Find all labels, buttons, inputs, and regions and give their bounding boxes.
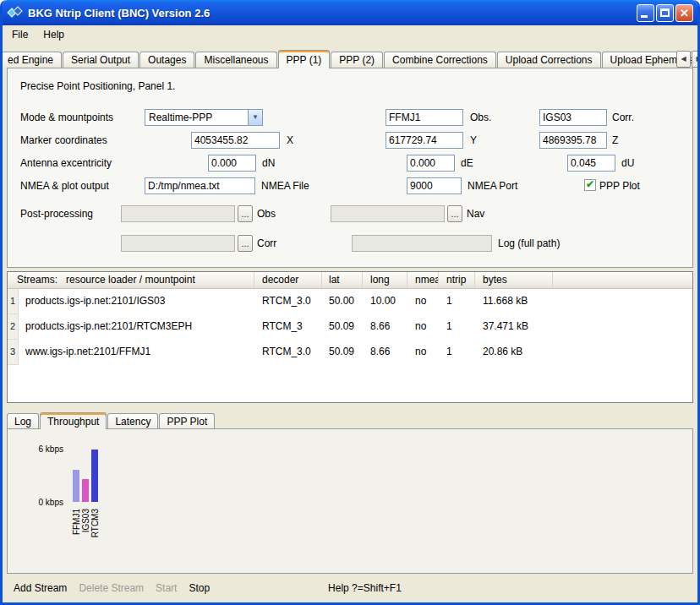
cell-long[interactable]: 8.66 (363, 340, 407, 365)
cell-nmea[interactable]: no (407, 314, 439, 340)
du-label: dU (621, 157, 634, 169)
streams-table: Streams: resource loader / mountpoint de… (7, 271, 693, 403)
marker-y-input[interactable] (386, 132, 463, 149)
cell-ntrip[interactable]: 1 (439, 340, 475, 365)
ppp-mode-select[interactable]: Realtime-PPP ▼ (145, 109, 263, 126)
cell-nmea[interactable]: no (407, 289, 439, 314)
panel-heading: Precise Point Positioning, Panel 1. (20, 80, 692, 92)
cell-bytes[interactable]: 20.86 kB (475, 340, 553, 365)
col-long[interactable]: long (363, 272, 407, 288)
nmea-file-label: NMEA File (261, 180, 309, 192)
postproc-log-input[interactable] (352, 235, 492, 252)
tab-ppp-1[interactable]: PPP (1) (278, 50, 331, 68)
monitor-tabbar: Log Throughput Latency PPP Plot (7, 412, 693, 428)
streams-table-header: Streams: resource loader / mountpoint de… (8, 272, 692, 289)
tab-latency[interactable]: Latency (107, 413, 158, 428)
postproc-obs-input[interactable] (121, 205, 235, 222)
chevron-down-icon[interactable]: ▼ (248, 110, 262, 125)
start-button[interactable]: Start (156, 582, 177, 594)
x-label-rtcm3: RTCM3 (90, 509, 100, 537)
cell-long[interactable]: 8.66 (363, 314, 407, 340)
menu-file[interactable]: File (4, 26, 36, 43)
tab-log[interactable]: Log (7, 413, 39, 428)
titlebar[interactable]: BKG Ntrip Client (BNC) Version 2.6 (3, 0, 697, 25)
chart-bar-ffmj1 (73, 470, 79, 502)
corr-label: Corr. (612, 112, 634, 123)
app-icon (8, 5, 25, 20)
cell-long[interactable]: 10.00 (363, 289, 407, 314)
col-nmea[interactable]: nmea (407, 272, 439, 288)
cell-decoder[interactable]: RTCM_3.0 (254, 289, 322, 314)
antenna-dn-input[interactable] (208, 155, 256, 172)
tab-upload-corrections[interactable]: Upload Corrections (497, 52, 601, 68)
nmea-file-input[interactable] (145, 177, 255, 194)
close-button[interactable] (675, 4, 693, 22)
col-resource[interactable]: Streams: resource loader / mountpoint (8, 272, 254, 288)
cell-bytes[interactable]: 37.471 kB (475, 314, 553, 340)
cell-resource[interactable]: www.igs-ip.net:2101/FFMJ1 (19, 340, 254, 365)
tab-feed-engine[interactable]: ed Engine (0, 52, 62, 68)
cell-lat[interactable]: 50.09 (322, 314, 363, 340)
cell-ntrip[interactable]: 1 (439, 314, 475, 340)
settings-tabbar: ed Engine Serial Output Outages Miscella… (3, 49, 697, 68)
chart-bars (73, 450, 98, 502)
col-bytes[interactable]: bytes (475, 272, 553, 288)
cell-decoder[interactable]: RTCM_3.0 (254, 340, 322, 365)
cell-resource[interactable]: products.igs-ip.net:2101/IGS03 (19, 289, 254, 314)
cell-ntrip[interactable]: 1 (439, 289, 475, 314)
cell-decoder[interactable]: RTCM_3 (254, 314, 322, 340)
row-number: 3 (8, 340, 19, 365)
maximize-button[interactable] (656, 4, 674, 22)
col-ntrip[interactable]: ntrip (439, 272, 475, 288)
tab-miscellaneous[interactable]: Miscellaneous (195, 52, 276, 68)
postproc-corr-browse-button[interactable]: ... (238, 235, 253, 252)
postproc-nav-input[interactable] (331, 205, 445, 222)
tab-serial-output[interactable]: Serial Output (63, 52, 139, 68)
x-label: X (287, 134, 293, 146)
tab-ppp-plot[interactable]: PPP Plot (159, 413, 215, 428)
cell-lat[interactable]: 50.00 (322, 289, 363, 314)
tab-scroll-left-button[interactable]: ◀ (676, 51, 691, 68)
minimize-button[interactable] (637, 4, 654, 22)
minimize-icon (641, 15, 648, 18)
col-lat[interactable]: lat (322, 272, 363, 288)
y-tick-max: 6 kbps (11, 444, 63, 454)
tab-scroll-right-button[interactable]: ▶ (692, 51, 700, 68)
ppp-plot-checkbox[interactable] (584, 179, 596, 191)
add-stream-button[interactable]: Add Stream (14, 582, 67, 594)
cell-lat[interactable]: 50.09 (322, 340, 363, 365)
stream-row-3[interactable]: 3 www.igs-ip.net:2101/FFMJ1 RTCM_3.0 50.… (8, 340, 692, 365)
corr-mountpoint-input[interactable] (539, 109, 607, 126)
stream-row-2[interactable]: 2 products.igs-ip.net:2101/RTCM3EPH RTCM… (8, 314, 692, 340)
menu-help[interactable]: Help (36, 26, 72, 43)
delete-stream-button[interactable]: Delete Stream (79, 582, 144, 594)
postproc-obs-browse-button[interactable]: ... (238, 205, 253, 222)
postproc-corr-input[interactable] (121, 235, 235, 252)
help-hint: Help ?=Shift+F1 (328, 582, 402, 594)
tab-ppp-2[interactable]: PPP (2) (331, 52, 383, 68)
postproc-row-2: ... Corr Log (full path) (8, 235, 692, 253)
cell-bytes[interactable]: 11.668 kB (475, 289, 553, 314)
postproc-nav-label: Nav (467, 208, 484, 220)
stop-button[interactable]: Stop (189, 582, 210, 594)
ppp-mode-value: Realtime-PPP (145, 110, 248, 125)
bnc-window: BKG Ntrip Client (BNC) Version 2.6 File … (0, 0, 700, 605)
col-decoder[interactable]: decoder (254, 272, 322, 288)
stream-row-1[interactable]: 1 products.igs-ip.net:2101/IGS03 RTCM_3.… (8, 289, 692, 314)
tab-combine-corrections[interactable]: Combine Corrections (384, 52, 496, 68)
y-label: Y (470, 134, 477, 146)
tab-outages[interactable]: Outages (139, 52, 194, 68)
postproc-nav-browse-button[interactable]: ... (447, 205, 462, 222)
antenna-du-input[interactable] (567, 155, 615, 172)
marker-x-input[interactable] (191, 132, 280, 149)
throughput-chart: 6 kbps 0 kbps FFMJ1 IGS03 RTCM3 (7, 428, 693, 574)
nmea-plot-output-label: NMEA & plot output (20, 180, 109, 192)
tab-throughput[interactable]: Throughput (40, 412, 107, 429)
cell-resource[interactable]: products.igs-ip.net:2101/RTCM3EPH (19, 314, 254, 340)
obs-mountpoint-input[interactable] (386, 109, 463, 126)
cell-nmea[interactable]: no (407, 340, 439, 365)
nmea-port-input[interactable] (407, 177, 462, 194)
col-filler (553, 272, 692, 288)
antenna-de-input[interactable] (407, 155, 455, 172)
marker-z-input[interactable] (539, 132, 607, 149)
